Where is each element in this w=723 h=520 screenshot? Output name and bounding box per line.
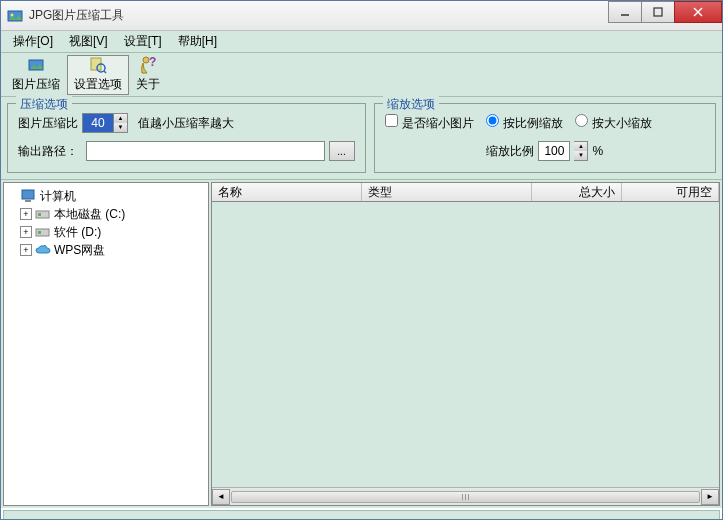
col-name[interactable]: 名称: [212, 183, 362, 201]
scale-ratio-unit: %: [592, 144, 603, 158]
disk-icon: [35, 207, 51, 221]
tool-settings[interactable]: 设置选项: [67, 55, 129, 95]
svg-rect-12: [22, 190, 34, 199]
scroll-right-button[interactable]: ►: [701, 489, 719, 505]
app-icon: [7, 8, 23, 24]
scroll-left-button[interactable]: ◄: [212, 489, 230, 505]
scale-legend: 缩放选项: [383, 96, 439, 113]
list-body[interactable]: ◄ ►: [211, 202, 720, 506]
maximize-button[interactable]: [641, 1, 675, 23]
scale-ratio-input[interactable]: [538, 141, 570, 161]
menu-help[interactable]: 帮助[H]: [170, 31, 225, 52]
scale-options-group: 缩放选项 是否缩小图片 按比例缩放 按大小缩放 缩放比例 ▲▼ %: [374, 103, 716, 173]
compress-legend: 压缩选项: [16, 96, 72, 113]
expand-icon[interactable]: +: [20, 208, 32, 220]
compress-ratio-spinner[interactable]: ▲▼: [114, 113, 128, 133]
file-list-pane: 名称 类型 总大小 可用空 ◄ ►: [211, 182, 720, 506]
tree-node-label: 软件 (D:): [54, 224, 101, 241]
cloud-icon: [35, 243, 51, 257]
tool-settings-label: 设置选项: [74, 76, 122, 93]
tool-compress-label: 图片压缩: [12, 76, 60, 93]
mode-size-radio[interactable]: 按大小缩放: [575, 114, 652, 132]
tree-root-label: 计算机: [40, 188, 76, 205]
tool-about[interactable]: ? 关于: [129, 55, 167, 95]
tree-node-wps[interactable]: + WPS网盘: [20, 241, 206, 259]
window-title: JPG图片压缩工具: [29, 7, 124, 24]
compress-icon: [27, 56, 45, 74]
scroll-track[interactable]: [230, 489, 701, 505]
output-path-input[interactable]: [86, 141, 325, 161]
scroll-thumb[interactable]: [231, 491, 700, 503]
svg-text:?: ?: [149, 56, 156, 69]
tree-root[interactable]: 计算机: [6, 187, 206, 205]
col-type[interactable]: 类型: [362, 183, 532, 201]
compress-options-group: 压缩选项 图片压缩比 ▲▼ 值越小压缩率越大 输出路径： ...: [7, 103, 366, 173]
scale-ratio-label: 缩放比例: [486, 143, 534, 160]
toolbar: 图片压缩 设置选项 ? 关于: [1, 53, 722, 97]
svg-rect-17: [38, 231, 41, 234]
ratio-label: 图片压缩比: [18, 115, 78, 132]
tool-about-label: 关于: [136, 76, 160, 93]
svg-rect-3: [654, 8, 662, 16]
svg-rect-13: [25, 200, 31, 202]
path-label: 输出路径：: [18, 143, 78, 160]
menubar: 操作[O] 视图[V] 设置[T] 帮助[H]: [1, 31, 722, 53]
ratio-hint: 值越小压缩率越大: [138, 115, 234, 132]
enable-scale-checkbox[interactable]: 是否缩小图片: [385, 114, 474, 132]
tool-compress[interactable]: 图片压缩: [5, 55, 67, 95]
main-area: 计算机 + 本地磁盘 (C:) + 软件 (D:) + WPS网盘: [1, 180, 722, 508]
options-row: 压缩选项 图片压缩比 ▲▼ 值越小压缩率越大 输出路径： ... 缩放选项 是否…: [1, 97, 722, 180]
menu-settings[interactable]: 设置[T]: [116, 31, 170, 52]
horizontal-scrollbar[interactable]: ◄ ►: [212, 487, 719, 505]
list-header: 名称 类型 总大小 可用空: [211, 182, 720, 202]
svg-rect-15: [38, 213, 41, 216]
computer-icon: [21, 189, 37, 203]
expand-icon[interactable]: +: [20, 226, 32, 238]
col-size[interactable]: 总大小: [532, 183, 622, 201]
expand-icon[interactable]: +: [20, 244, 32, 256]
menu-operate[interactable]: 操作[O]: [5, 31, 61, 52]
titlebar: JPG图片压缩工具: [1, 1, 722, 31]
close-button[interactable]: [674, 1, 722, 23]
tree-node-disk-c[interactable]: + 本地磁盘 (C:): [20, 205, 206, 223]
menu-view[interactable]: 视图[V]: [61, 31, 116, 52]
svg-rect-16: [36, 229, 49, 236]
browse-button[interactable]: ...: [329, 141, 355, 161]
disk-icon: [35, 225, 51, 239]
minimize-button[interactable]: [608, 1, 642, 23]
settings-icon: [89, 56, 107, 74]
statusbar: [3, 510, 720, 520]
tree-node-label: WPS网盘: [54, 242, 105, 259]
svg-line-9: [104, 71, 106, 73]
about-icon: ?: [139, 56, 157, 74]
mode-ratio-radio[interactable]: 按比例缩放: [486, 114, 563, 132]
folder-tree[interactable]: 计算机 + 本地磁盘 (C:) + 软件 (D:) + WPS网盘: [3, 182, 209, 506]
svg-rect-14: [36, 211, 49, 218]
scale-ratio-spinner[interactable]: ▲▼: [574, 141, 588, 161]
tree-node-label: 本地磁盘 (C:): [54, 206, 125, 223]
tree-node-disk-d[interactable]: + 软件 (D:): [20, 223, 206, 241]
col-free[interactable]: 可用空: [622, 183, 719, 201]
compress-ratio-input[interactable]: [82, 113, 114, 133]
